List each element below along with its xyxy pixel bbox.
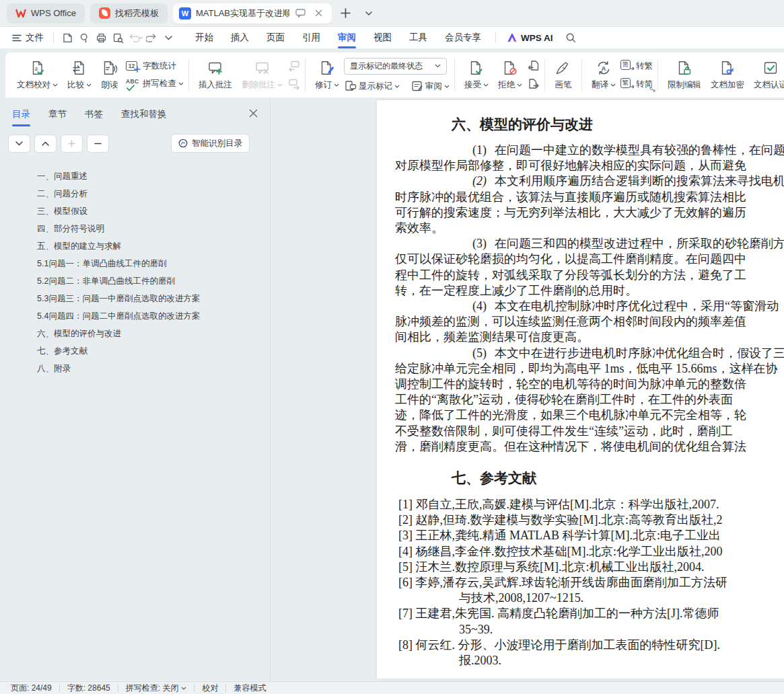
document-line: 给定脉冲单元完全相同，即均为高电平 1ms，低电平 15.66ms，这样在协 [377, 361, 784, 377]
show-markup-icon [344, 80, 357, 93]
insert-comment-button[interactable]: 插入批注 [194, 59, 237, 91]
document-line: 对原模型作局部修整，即可很好地解决相应的实际问题，从而避免 [377, 158, 784, 174]
search-icon[interactable] [563, 30, 579, 46]
page-indicator[interactable]: 页面: 24/49 [11, 683, 52, 694]
svg-text:A: A [602, 65, 606, 72]
document-line: 仅可以保证砂轮磨损的均匀化，以提高工件磨削精度。在问题四中 [377, 252, 784, 267]
markup-state-select[interactable]: 显示标记的最终状态 [344, 58, 447, 75]
toc-item[interactable]: 五、模型的建立与求解 [0, 237, 270, 255]
spellcheck-indicator[interactable]: 拼写检查: 关闭 [126, 683, 187, 694]
translate-button[interactable]: A 翻译 [587, 59, 620, 91]
print-icon[interactable] [93, 30, 110, 46]
reference-line: [2] 赵静,但琦.数学建模与数学实验[M].北京:高等教育出版社,2 [377, 512, 784, 528]
toc-item[interactable]: 三、模型假设 [0, 202, 270, 220]
close-tab-icon[interactable] [312, 5, 326, 22]
ink-pen-icon [555, 59, 572, 77]
toc-item[interactable]: 六、模型的评价与改进 [0, 325, 270, 342]
quickbar-chevron-icon[interactable] [160, 30, 177, 46]
close-sidebar-icon[interactable] [249, 108, 258, 120]
reference-line: [5] 汪木兰.数控原理与系统[M].北京:机械工业出版社,2004. [377, 560, 784, 575]
toc-item[interactable]: 一、问题重述 [0, 167, 270, 185]
menu-page[interactable]: 页面 [258, 27, 293, 48]
toc-item[interactable]: 5.1问题一：单调凸曲线工件的磨削 [0, 255, 270, 272]
tab-contents[interactable]: 目录 [12, 108, 30, 120]
compare-button[interactable]: 比较 [63, 59, 96, 91]
sidebar-tabs: 目录 章节 书签 查找和替换 [0, 98, 270, 120]
previous-change-icon[interactable] [527, 60, 540, 73]
delete-comment-icon [254, 59, 271, 77]
dialog-launcher-icon[interactable] [649, 83, 655, 95]
wps-ai-button[interactable]: WPS AI [501, 33, 559, 43]
toc-item[interactable]: 5.3问题三：问题一中磨削点选取的改进方案 [0, 290, 270, 307]
menu-member[interactable]: 会员专享 [436, 27, 490, 48]
status-bar: 页面: 24/49 字数: 28645 拼写检查: 关闭 校对 兼容模式 [0, 681, 784, 694]
spell-check-icon: ABC [126, 78, 141, 90]
menu-insert[interactable]: 插入 [222, 27, 258, 48]
divider [225, 685, 226, 692]
restrict-editing-icon [676, 59, 693, 77]
doc-authenticate-button[interactable]: 文档认证 [749, 59, 784, 91]
word-count-indicator[interactable]: 字数: 28645 [67, 683, 110, 694]
reference-line: 报.2003. [377, 653, 784, 668]
reject-change-button[interactable]: 拒绝 [493, 59, 527, 91]
print-preview-icon[interactable] [110, 30, 127, 46]
tab-chapters[interactable]: 章节 [48, 108, 67, 120]
document-line: 索效率。 [377, 221, 784, 236]
ink-pen-button[interactable]: 画笔 [550, 59, 577, 91]
menu-reference[interactable]: 引用 [293, 27, 329, 48]
smart-toc-button[interactable]: 智能识别目录 [171, 134, 250, 153]
toc-item[interactable]: 四、部分符号说明 [0, 220, 270, 237]
menu-tools[interactable]: 工具 [400, 27, 436, 48]
menu-home[interactable]: 开始 [186, 27, 222, 48]
document-workspace: 六、模型的评价与改进 (1)在问题一中建立的数学模型具有较强的鲁棒性，在问题对原… [271, 98, 784, 681]
tab-wps-home[interactable]: WPS Office [7, 3, 85, 24]
export-icon[interactable] [76, 30, 93, 46]
save-icon[interactable] [59, 30, 76, 46]
tab-bookmarks[interactable]: 书签 [85, 108, 103, 120]
traditional-to-simplified-button[interactable]: 繁 转简 [620, 78, 653, 91]
wps-logo-icon [15, 9, 26, 18]
reference-line: [8] 何云红. 分形、小波理论用于磨削加工表面的特性研究[D]. [377, 638, 784, 653]
tab-document[interactable]: W MATLAB实现基于改进顺序遍 [173, 3, 332, 24]
new-tab-button[interactable] [337, 5, 355, 22]
comment-bubble-icon[interactable] [294, 5, 308, 22]
menu-view[interactable]: 视图 [365, 27, 400, 48]
reference-line: [4] 杨继昌,李金伴.数控技术基础[M].北京:化学工业出版社,200 [377, 544, 784, 560]
doc-proof-button[interactable]: a 文档校对 [12, 59, 63, 91]
review-panel-icon [411, 80, 423, 93]
spell-check-button[interactable]: ABC 拼写检查 [126, 78, 184, 90]
zoom-out-toc-button[interactable] [87, 134, 109, 153]
accept-change-button[interactable]: 接受 [460, 59, 493, 91]
track-changes-button[interactable]: 修订 [310, 59, 344, 91]
toc-item[interactable]: 5.2问题二：非单调凸曲线工件的磨削 [0, 272, 270, 290]
read-aloud-button[interactable]: 朗读 [96, 59, 123, 91]
simplified-to-traditional-button[interactable]: 简 转繁 [620, 60, 653, 73]
collapse-toc-button[interactable] [8, 134, 30, 153]
encrypt-document-button[interactable]: 文档加密 [706, 59, 749, 91]
tab-list-chevron-icon[interactable] [360, 5, 378, 22]
doc-authenticate-icon [762, 59, 779, 77]
redo-icon[interactable] [143, 30, 160, 46]
review-panel-button[interactable]: 审阅 [411, 80, 450, 93]
file-menu[interactable]: 文件 [8, 32, 48, 44]
toc-item[interactable]: 八、附录 [0, 360, 270, 377]
tab-docer-templates[interactable]: 找稻壳模板 [90, 3, 168, 24]
expand-toc-button[interactable] [34, 134, 57, 153]
document-page[interactable]: 六、模型的评价与改进 (1)在问题一中建立的数学模型具有较强的鲁棒性，在问题对原… [377, 100, 784, 679]
word-count-button[interactable]: 12 字数统计 [126, 61, 184, 73]
toc-item[interactable]: 二、问题分析 [0, 185, 270, 202]
encrypt-document-icon [719, 59, 736, 77]
proofread-button[interactable]: 校对 [202, 683, 218, 694]
next-change-icon[interactable] [527, 78, 540, 91]
toc-item[interactable]: 七、参考文献 [0, 342, 270, 360]
accept-change-icon [468, 59, 485, 77]
toc-item[interactable]: 5.4问题四：问题二中磨削点选取的改进方案 [0, 307, 270, 325]
divider [59, 685, 60, 692]
document-line: (1)在问题一中建立的数学模型具有较强的鲁棒性，在问题 [377, 143, 784, 158]
restrict-editing-button[interactable]: 限制编辑 [663, 59, 706, 91]
menu-review[interactable]: 审阅 [329, 27, 365, 48]
zoom-in-toc-button [61, 134, 83, 153]
hamburger-icon [12, 34, 22, 42]
tab-find-replace[interactable]: 查找和替换 [121, 108, 167, 120]
show-markup-button[interactable]: 显示标记 [344, 80, 400, 93]
